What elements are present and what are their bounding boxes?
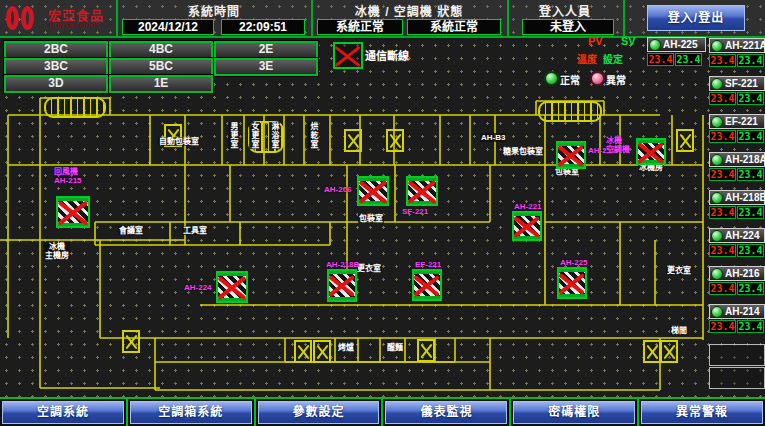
floor-button-3d[interactable]: 3D (4, 75, 108, 93)
device-comm-fail-icon[interactable] (406, 176, 438, 206)
temp-label: 溫度 (577, 51, 597, 66)
room-label: 自動包裝室 (158, 137, 200, 146)
pv-value: 23.4 (709, 320, 736, 333)
device-label: AH-206 (324, 185, 352, 194)
unit-values-ef-221: 23.423.4 (709, 130, 764, 143)
unit-status-led (711, 230, 723, 242)
abnormal-led-icon (590, 71, 605, 86)
floor-button-2e[interactable]: 2E (214, 41, 318, 59)
damper-icon (122, 330, 140, 353)
damper-icon (386, 129, 404, 152)
nav-button-password[interactable]: 密碼權限 (513, 401, 635, 424)
floor-button-4bc[interactable]: 4BC (109, 41, 213, 59)
unit-button-ah-225[interactable]: AH-225 (647, 37, 706, 52)
unit-values-ah-218b: 23.423.4 (709, 206, 764, 219)
unit-values-sf-221: 23.423.4 (709, 92, 764, 105)
unit-status-led (711, 192, 723, 204)
device-comm-fail-icon[interactable] (56, 196, 90, 228)
pv-value: 23.4 (709, 282, 736, 295)
unit-status-led (711, 154, 723, 166)
device-comm-fail-icon[interactable] (412, 269, 442, 301)
unit-button-ah-221a[interactable]: AH-221A (709, 38, 765, 53)
floor-button-3e[interactable]: 3E (214, 58, 318, 76)
floor-button-2bc[interactable]: 2BC (4, 41, 108, 59)
nav-button-meters[interactable]: 儀表監視 (385, 401, 507, 424)
system-time-label: 系統時間 (120, 2, 308, 19)
device-comm-fail-icon[interactable] (636, 138, 666, 165)
sv-value: 23.4 (737, 320, 764, 333)
nav-button-ac-system[interactable]: 空調系統 (2, 401, 124, 424)
time-display: 22:09:51 (221, 19, 305, 35)
sv-column-label: SV (621, 35, 636, 47)
unit-name-text: AH-224 (725, 230, 759, 241)
floor-button-3bc[interactable]: 3BC (4, 58, 108, 76)
unit-slot-empty (709, 367, 765, 389)
device-label: AH-224 (184, 283, 212, 292)
room-label: 醒麵 (386, 343, 404, 352)
room-label: 糖果包裝室 (502, 147, 544, 156)
nav-button-parameters[interactable]: 參數設定 (258, 401, 380, 424)
bottom-nav: 空調系統 空調箱系統 參數設定 儀表監視 密碼權限 異常警報 (0, 397, 765, 426)
device-comm-fail-icon[interactable] (216, 271, 248, 303)
floor-button-1e[interactable]: 1E (109, 75, 213, 93)
unit-values-ah-216: 23.423.4 (709, 282, 764, 295)
header-divider (507, 0, 509, 38)
sv-value: 23.4 (737, 54, 764, 67)
unit-status-led (711, 78, 723, 90)
unit-button-ah-216[interactable]: AH-216 (709, 266, 765, 281)
unit-slot-empty (709, 344, 765, 366)
login-logout-button[interactable]: 登入/登出 (647, 5, 745, 31)
pv-column-label: PV (588, 35, 603, 47)
device-comm-fail-icon[interactable] (512, 211, 542, 241)
unit-button-ah-214[interactable]: AH-214 (709, 304, 765, 319)
damper-icon (313, 340, 331, 363)
pv-value: 23.4 (709, 168, 736, 181)
unit-name-text: AH-216 (725, 268, 759, 279)
normal-label: 正常 (560, 72, 580, 87)
machine-status-label: 冰機 / 空調機 狀態 (314, 2, 504, 19)
chiller-status-display: 系統正常 (317, 19, 403, 35)
unit-values-ah-225: 23.4 23.4 (647, 53, 702, 66)
damper-icon (660, 340, 678, 363)
pv-value: 23.4 (709, 54, 736, 67)
floor-button-5bc[interactable]: 5BC (109, 58, 213, 76)
unit-values-ah-224: 23.423.4 (709, 244, 764, 257)
device-comm-fail-icon[interactable] (327, 269, 357, 302)
nav-button-alarm[interactable]: 異常警報 (641, 401, 763, 424)
room-label: 淋浴室 (269, 122, 280, 149)
room-label: 冰機 主機房 (44, 242, 70, 260)
device-comm-fail-icon[interactable] (357, 176, 389, 206)
pv-value: 23.4 (709, 206, 736, 219)
unit-status-led (711, 40, 723, 52)
unit-status-led (711, 268, 723, 280)
device-comm-fail-icon[interactable] (557, 267, 587, 299)
login-user-label: 登入人員 (511, 2, 619, 19)
unit-status-led (711, 116, 723, 128)
unit-button-sf-221[interactable]: SF-221 (709, 76, 765, 91)
room-label: 包裝室 (358, 214, 384, 223)
unit-button-ah-218a[interactable]: AH-218A (709, 152, 765, 167)
header-divider (311, 0, 313, 38)
normal-led-icon (544, 71, 559, 86)
room-label: 梯間 (670, 326, 688, 335)
unit-values-ah-214: 23.423.4 (709, 320, 764, 333)
room-label: 女更室 (249, 122, 260, 149)
unit-status-led (711, 306, 723, 318)
device-label: 冰機 空調機 (606, 136, 630, 154)
unit-status-led (649, 39, 661, 51)
sv-value: 23.4 (737, 92, 764, 105)
unit-button-ah-224[interactable]: AH-224 (709, 228, 765, 243)
device-label: SF-221 (402, 207, 428, 216)
nav-button-ahu-system[interactable]: 空調箱系統 (130, 401, 252, 424)
unit-button-ah-218b[interactable]: AH-218B (709, 190, 765, 205)
pv-value: 23.4 (647, 53, 674, 66)
unit-button-ef-221[interactable]: EF-221 (709, 114, 765, 129)
pv-value: 23.4 (709, 92, 736, 105)
damper-icon (294, 340, 312, 363)
device-comm-fail-icon[interactable] (556, 141, 586, 169)
unit-name-text: AH-221A (725, 40, 765, 51)
comm-fail-legend-label: 通信斷線 (365, 47, 409, 63)
company-name-en: HUNYA FOODS (49, 22, 100, 29)
device-label: AH-225 (560, 258, 588, 267)
abnormal-label: 異常 (606, 72, 626, 87)
